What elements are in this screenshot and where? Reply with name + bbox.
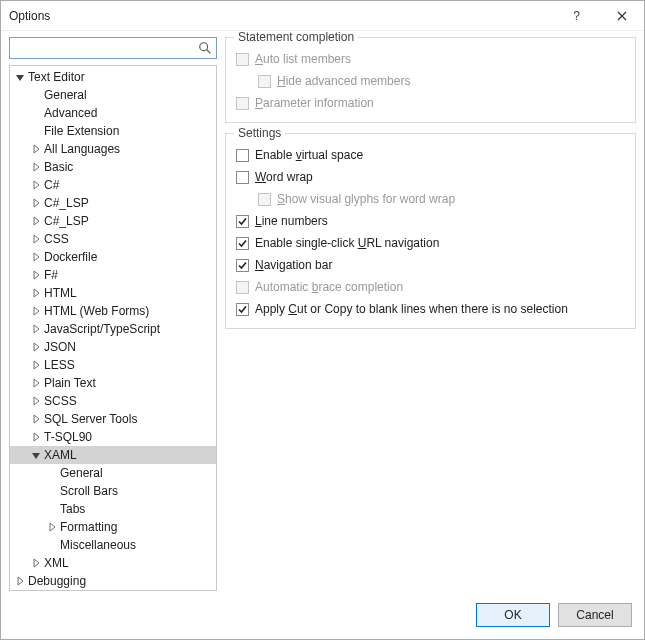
tree-item[interactable]: Tabs [10,500,216,518]
tree-item[interactable]: C#_LSP [10,194,216,212]
tree-item-label: Performance Tools [28,590,128,591]
tree-twisty-icon[interactable] [30,143,42,155]
tree-twisty-icon[interactable] [30,413,42,425]
options-tree[interactable]: Text EditorGeneralAdvancedFile Extension… [9,65,217,591]
tree-item-label: General [60,464,103,482]
tree-twisty-icon[interactable] [30,449,42,461]
tree-twisty-icon[interactable] [30,269,42,281]
tree-twisty-icon[interactable] [30,359,42,371]
tree-item[interactable]: HTML [10,284,216,302]
option-label: Automatic brace completion [255,280,403,294]
tree-item[interactable]: T-SQL90 [10,428,216,446]
tree-twisty-icon[interactable] [30,215,42,227]
tree-item[interactable]: Advanced [10,104,216,122]
tree-item-label: Tabs [60,500,85,518]
group-settings: Settings Enable virtual spaceWord wrapSh… [225,133,636,329]
tree-item-label: CSS [44,230,69,248]
tree-item-label: C# [44,176,59,194]
tree-twisty-icon[interactable] [30,251,42,263]
search-box[interactable] [9,37,217,59]
tree-item[interactable]: JavaScript/TypeScript [10,320,216,338]
tree-item[interactable]: C#_LSP [10,212,216,230]
tree-item[interactable]: SQL Server Tools [10,410,216,428]
cancel-button[interactable]: Cancel [558,603,632,627]
tree-item[interactable]: Debugging [10,572,216,590]
checkbox[interactable] [236,149,249,162]
checkbox[interactable] [236,171,249,184]
option-linenum[interactable]: Line numbers [236,210,625,232]
tree-twisty-icon[interactable] [30,197,42,209]
tree-item[interactable]: XML [10,554,216,572]
tree-item-label: HTML (Web Forms) [44,302,149,320]
option-cutcopy[interactable]: Apply Cut or Copy to blank lines when th… [236,298,625,320]
option-virtspace[interactable]: Enable virtual space [236,144,625,166]
tree-item[interactable]: F# [10,266,216,284]
search-input[interactable] [14,40,198,56]
checkbox [236,281,249,294]
tree-twisty-icon [30,107,42,119]
tree-twisty-icon[interactable] [14,575,26,587]
option-wordwrap[interactable]: Word wrap [236,166,625,188]
tree-item[interactable]: All Languages [10,140,216,158]
tree-twisty-icon[interactable] [30,233,42,245]
tree-item[interactable]: Plain Text [10,374,216,392]
checkbox[interactable] [236,215,249,228]
tree-twisty-icon[interactable] [30,305,42,317]
tree-twisty-icon[interactable] [30,287,42,299]
tree-twisty-icon[interactable] [30,377,42,389]
option-label: Enable single-click URL navigation [255,236,439,250]
tree-item[interactable]: Formatting [10,518,216,536]
tree-item[interactable]: Dockerfile [10,248,216,266]
option-singleurl[interactable]: Enable single-click URL navigation [236,232,625,254]
help-button[interactable]: ? [554,1,599,31]
window-title: Options [9,9,554,23]
tree-item[interactable]: Miscellaneous [10,536,216,554]
tree-item[interactable]: XAML [10,446,216,464]
tree-item-label: Debugging [28,572,86,590]
tree-item-label: Formatting [60,518,117,536]
checkbox [258,193,271,206]
tree-item-label: General [44,86,87,104]
option-label: Navigation bar [255,258,332,272]
tree-item[interactable]: Performance Tools [10,590,216,591]
tree-item-label: Scroll Bars [60,482,118,500]
close-button[interactable] [599,1,644,31]
tree-item[interactable]: General [10,86,216,104]
tree-twisty-icon[interactable] [30,557,42,569]
option-navbar[interactable]: Navigation bar [236,254,625,276]
checkbox[interactable] [236,303,249,316]
tree-item[interactable]: Text Editor [10,68,216,86]
tree-twisty-icon[interactable] [30,323,42,335]
tree-twisty-icon[interactable] [30,161,42,173]
tree-item[interactable]: LESS [10,356,216,374]
tree-item-label: Text Editor [28,68,85,86]
checkbox [258,75,271,88]
tree-item[interactable]: CSS [10,230,216,248]
checkbox[interactable] [236,237,249,250]
tree-item[interactable]: C# [10,176,216,194]
option-label: Line numbers [255,214,328,228]
tree-twisty-icon[interactable] [30,179,42,191]
tree-item[interactable]: SCSS [10,392,216,410]
tree-item[interactable]: File Extension [10,122,216,140]
tree-twisty-icon[interactable] [30,431,42,443]
tree-item-label: SCSS [44,392,77,410]
ok-button[interactable]: OK [476,603,550,627]
tree-twisty-icon[interactable] [46,521,58,533]
tree-item[interactable]: JSON [10,338,216,356]
tree-item[interactable]: Basic [10,158,216,176]
tree-twisty-icon [46,467,58,479]
options-panel: Statement completion Auto list membersHi… [225,37,636,591]
checkbox[interactable] [236,259,249,272]
tree-twisty-icon[interactable] [30,395,42,407]
tree-twisty-icon[interactable] [14,71,26,83]
tree-item[interactable]: Scroll Bars [10,482,216,500]
tree-item-label: Plain Text [44,374,96,392]
checkbox [236,53,249,66]
tree-item-label: XAML [44,446,77,464]
tree-item[interactable]: HTML (Web Forms) [10,302,216,320]
tree-twisty-icon [46,539,58,551]
tree-twisty-icon[interactable] [30,341,42,353]
tree-item[interactable]: General [10,464,216,482]
tree-twisty-icon [30,125,42,137]
